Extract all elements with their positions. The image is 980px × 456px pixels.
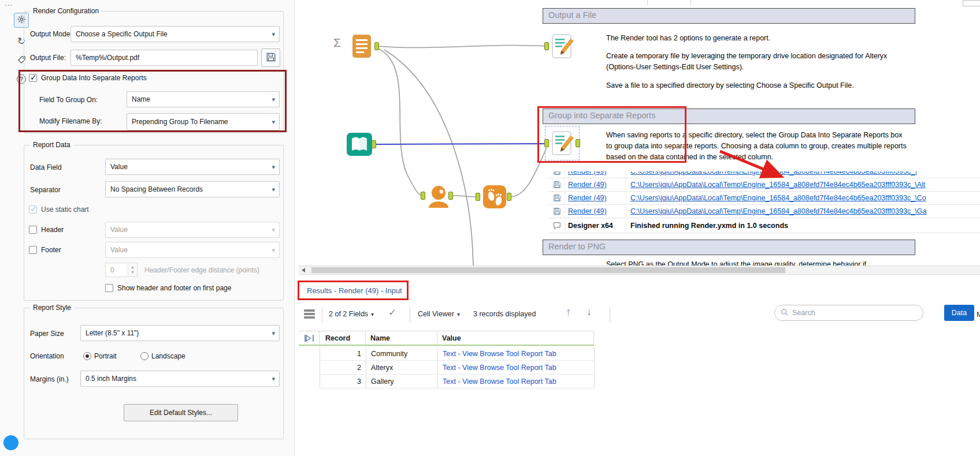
log-file-link[interactable]: C:\Users\jqiu\AppData\Local\Temp\Engine_… xyxy=(630,171,917,175)
output-anchor[interactable] xyxy=(448,192,453,200)
render-icon xyxy=(549,33,576,59)
paper-size-select[interactable]: Letter (8.5" x 11") ▾ xyxy=(80,325,280,341)
output-paragraph-2[interactable]: Create a temporary file by leveraging th… xyxy=(606,51,908,73)
table-row[interactable]: 2 Alteryx Text - View Browse Tool Report… xyxy=(320,361,595,375)
column-header-record[interactable]: Record xyxy=(320,331,366,345)
log-tool-link[interactable]: Render (49) xyxy=(568,207,607,215)
arrow-up-icon[interactable]: ↑ xyxy=(566,306,571,318)
group-reports-banner[interactable]: Group into Separate Reports xyxy=(543,109,915,124)
table-row[interactable]: 1 Community Text - View Browse Tool Repo… xyxy=(320,347,595,361)
field-to-group-select[interactable]: Name ▾ xyxy=(127,91,280,107)
log-file-link[interactable]: C:\Users\jqiu\AppData\Local\Temp\Engine_… xyxy=(630,181,925,189)
paper-size-value: Letter (8.5" x 11") xyxy=(86,329,139,337)
modify-filename-select[interactable]: Prepending Group To Filename ▾ xyxy=(127,113,280,130)
search-icon xyxy=(781,308,789,318)
output-file-input[interactable] xyxy=(70,50,258,66)
apply-check-icon[interactable]: ✓ xyxy=(388,307,396,319)
table-layout-icon[interactable] xyxy=(303,308,316,320)
edit-default-styles-button[interactable]: Edit Default Styles... xyxy=(124,404,238,421)
alteryx-designer-window: … ↻ ? Render Configuration Output Mode: … xyxy=(0,0,980,456)
group-paragraph[interactable]: When saving reports to a specific direct… xyxy=(606,130,908,162)
report-footer-tool[interactable] xyxy=(481,184,508,212)
input-anchor[interactable] xyxy=(544,139,549,147)
arrow-down-icon[interactable]: ↓ xyxy=(586,306,592,318)
cell-viewer-dropdown[interactable]: Cell Viewer▾ xyxy=(418,310,460,318)
render-tool-selected[interactable] xyxy=(549,130,576,158)
pane-splitter[interactable] xyxy=(294,0,299,456)
results-table-header: Record Name Value xyxy=(299,331,594,346)
canvas-horizontal-scrollbar[interactable] xyxy=(299,266,980,275)
select-all-corner[interactable] xyxy=(299,331,320,345)
separator-select[interactable]: No Spacing Between Records ▾ xyxy=(105,181,280,197)
edge-distance-spinner[interactable]: ▲▼ xyxy=(128,263,138,277)
scroll-left-button[interactable] xyxy=(299,266,308,274)
table-row[interactable]: 3 Gallery Text - View Browse Tool Report… xyxy=(320,375,595,388)
use-static-chart-checkbox[interactable] xyxy=(29,205,37,214)
output-mode-select[interactable]: Choose a Specific Output File ▾ xyxy=(70,26,280,42)
header-checkbox[interactable] xyxy=(29,226,37,234)
workflow-canvas[interactable]: Σ xyxy=(299,0,980,266)
log-file-link[interactable]: C:\Users\jqiu\AppData\Local\Temp\Engine_… xyxy=(630,207,926,215)
input-anchor[interactable] xyxy=(476,193,480,201)
modify-filename-value: Prepending Group To Filename xyxy=(132,118,228,126)
input-anchor[interactable] xyxy=(544,42,549,50)
group-data-checkbox[interactable] xyxy=(29,74,37,82)
header-select[interactable]: Value ▾ xyxy=(105,222,280,238)
toolbar-separator xyxy=(322,307,322,323)
render-tool[interactable] xyxy=(549,33,576,61)
log-tool-link[interactable]: Render (49) xyxy=(568,181,607,189)
log-row[interactable]: Render (49) C:\Users\jqiu\AppData\Local\… xyxy=(549,205,980,218)
footer-checkbox[interactable] xyxy=(29,246,37,254)
data-view-button[interactable]: Data xyxy=(944,305,974,321)
metadata-button-clipped[interactable]: M xyxy=(977,310,980,319)
landscape-radio[interactable] xyxy=(140,352,149,360)
output-anchor[interactable] xyxy=(507,193,511,201)
output-anchor[interactable] xyxy=(576,139,580,147)
floppy-disk-icon xyxy=(549,205,565,218)
report-header-tool[interactable] xyxy=(426,184,451,210)
report-data-title: Report Data xyxy=(30,141,73,149)
save-output-file-button[interactable] xyxy=(261,48,280,67)
render-to-png-banner[interactable]: Render to PNG xyxy=(543,240,915,255)
fields-dropdown[interactable]: 2 of 2 Fields▾ xyxy=(329,310,374,318)
value-cell[interactable]: Text - View Browse Tool Report Tab xyxy=(438,347,595,360)
output-anchor[interactable] xyxy=(374,42,379,50)
name-cell[interactable]: Community xyxy=(366,347,438,360)
text-input-tool[interactable] xyxy=(349,33,376,61)
column-header-name[interactable]: Name xyxy=(366,331,437,345)
log-tool-link[interactable]: Render (49) xyxy=(568,171,607,175)
scrollbar-thumb[interactable] xyxy=(311,267,785,273)
results-tab-label[interactable]: Results - Render (49) - Input xyxy=(307,286,402,295)
column-header-value[interactable]: Value xyxy=(437,331,594,345)
output-paragraph-1[interactable]: The Render tool has 2 options to generat… xyxy=(606,33,908,44)
output-paragraph-3[interactable]: Save a file to a specified directory by … xyxy=(606,80,908,91)
name-cell[interactable]: Gallery xyxy=(366,375,438,388)
orientation-label: Orientation xyxy=(30,352,64,360)
info-icon[interactable] xyxy=(3,435,18,450)
search-input[interactable] xyxy=(789,309,923,317)
edge-distance-input[interactable]: 0 xyxy=(105,263,128,277)
png-paragraph-clipped[interactable]: Select PNG as the Output Mode to adjust … xyxy=(606,259,908,266)
data-field-select[interactable]: Value ▾ xyxy=(105,159,280,175)
footer-select[interactable]: Value ▾ xyxy=(105,242,280,258)
output-anchor[interactable] xyxy=(372,140,376,148)
log-status-row[interactable]: Designer x64 Finished running Render.yxm… xyxy=(549,218,980,233)
portrait-radio[interactable] xyxy=(83,352,91,360)
floppy-disk-icon xyxy=(549,178,565,191)
log-row-clipped[interactable]: Render (49) C:\Users\jqiu\AppData\Local\… xyxy=(549,171,980,178)
log-file-link[interactable]: C:\Users\jqiu\AppData\Local\Temp\Engine_… xyxy=(630,194,926,202)
value-cell[interactable]: Text - View Browse Tool Report Tab xyxy=(438,361,595,374)
input-anchor[interactable] xyxy=(421,192,425,200)
log-row[interactable]: Render (49) C:\Users\jqiu\AppData\Local\… xyxy=(549,192,980,205)
log-row[interactable]: Render (49) C:\Users\jqiu\AppData\Local\… xyxy=(549,178,980,192)
value-cell[interactable]: Text - View Browse Tool Report Tab xyxy=(438,375,595,388)
margins-select[interactable]: 0.5 inch Margins ▾ xyxy=(80,371,280,387)
browse-tool[interactable] xyxy=(345,130,374,160)
pane-grip[interactable]: … xyxy=(4,0,13,8)
show-header-footer-checkbox[interactable] xyxy=(105,284,113,292)
name-cell[interactable]: Alteryx xyxy=(366,361,438,374)
output-a-file-banner[interactable]: Output a File xyxy=(543,8,915,24)
log-tool-link[interactable]: Render (49) xyxy=(568,194,607,202)
group-data-checkbox-label: Group Data Into Separate Reports xyxy=(41,74,147,82)
chevron-down-icon: ▾ xyxy=(272,246,275,254)
